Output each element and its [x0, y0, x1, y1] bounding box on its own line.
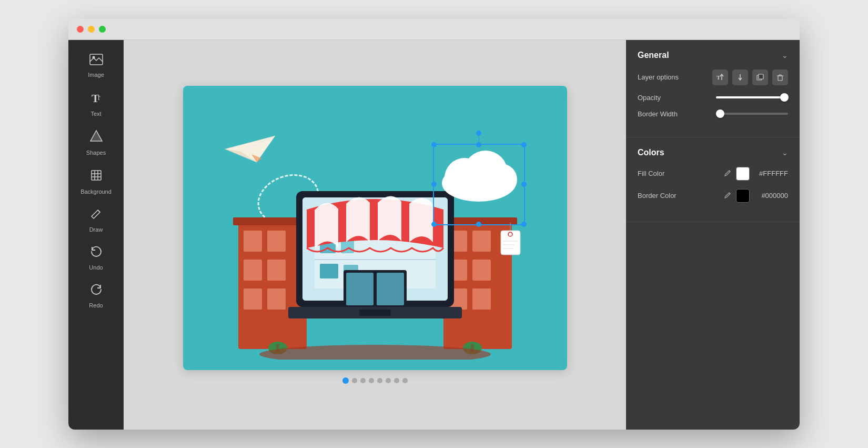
- draw-icon: [90, 207, 103, 223]
- handle-bm[interactable]: [476, 222, 481, 227]
- sidebar-item-label-shapes: Shapes: [86, 150, 106, 156]
- border-width-slider[interactable]: [716, 113, 788, 115]
- image-icon: [89, 54, 103, 68]
- handle-tl[interactable]: [431, 142, 437, 147]
- dot-4[interactable]: [369, 378, 374, 383]
- layer-options-label: Layer options: [638, 73, 712, 81]
- handle-tr[interactable]: [521, 142, 527, 147]
- border-color-actions: #000000: [724, 189, 788, 203]
- general-title: General: [638, 51, 669, 60]
- fill-color-label: Fill Color: [638, 170, 724, 177]
- layer-btn-text-up[interactable]: T: [712, 69, 728, 85]
- opacity-fill: [716, 96, 788, 98]
- border-width-row: Border Width: [638, 110, 788, 118]
- cloud-with-selection[interactable]: [433, 144, 525, 225]
- border-color-swatch[interactable]: [736, 189, 750, 203]
- svg-rect-53: [346, 273, 374, 305]
- dot-6[interactable]: [386, 378, 391, 383]
- sidebar-item-image[interactable]: Image: [73, 48, 120, 83]
- price-tag: [499, 223, 522, 257]
- sidebar-item-background[interactable]: Background: [73, 163, 120, 200]
- layer-btn-down[interactable]: [732, 69, 748, 85]
- border-width-thumb[interactable]: [716, 109, 724, 118]
- border-width-label: Border Width: [638, 110, 710, 118]
- minimize-button[interactable]: [88, 26, 95, 33]
- selection-box: [433, 144, 525, 225]
- border-color-row: Border Color #000000: [638, 189, 788, 203]
- dot-2[interactable]: [352, 378, 357, 383]
- opacity-row: Opacity: [638, 94, 788, 102]
- layer-btn-delete[interactable]: [772, 69, 788, 85]
- svg-rect-33: [472, 260, 491, 281]
- svg-rect-31: [472, 231, 491, 252]
- sidebar-item-label-text: Text: [90, 111, 101, 117]
- border-color-hex: #000000: [754, 192, 788, 200]
- background-icon: [89, 168, 103, 185]
- svg-rect-70: [778, 76, 782, 81]
- fill-color-pencil-icon[interactable]: [724, 169, 732, 178]
- svg-line-76: [729, 193, 730, 194]
- fill-color-swatch[interactable]: [736, 167, 750, 181]
- sidebar-item-shapes[interactable]: Shapes: [73, 124, 120, 161]
- dot-1[interactable]: [342, 377, 349, 384]
- general-chevron[interactable]: ⌄: [782, 51, 788, 59]
- svg-line-13: [98, 210, 100, 212]
- canvas-content: [183, 86, 567, 370]
- sidebar: Image T r Text Shapes: [68, 40, 124, 430]
- opacity-slider[interactable]: [716, 96, 788, 98]
- handle-ml[interactable]: [431, 182, 437, 187]
- opacity-track: [716, 96, 788, 98]
- slide-dots: [342, 377, 408, 384]
- sidebar-item-label-image: Image: [88, 72, 104, 78]
- handle-tm[interactable]: [476, 142, 481, 147]
- sidebar-item-text[interactable]: T r Text: [73, 85, 120, 122]
- svg-rect-23: [267, 260, 286, 281]
- maximize-button[interactable]: [99, 26, 106, 33]
- svg-rect-60: [501, 231, 520, 255]
- svg-rect-25: [267, 288, 286, 310]
- sidebar-item-redo[interactable]: Redo: [73, 278, 120, 314]
- border-width-track: [716, 113, 788, 115]
- fill-color-hex: #FFFFFF: [754, 170, 788, 177]
- svg-rect-69: [759, 74, 763, 79]
- right-panel: General ⌄ Layer options T: [626, 40, 800, 430]
- undo-icon: [90, 245, 103, 261]
- colors-section-header: Colors ⌄: [638, 148, 788, 157]
- handle-mr[interactable]: [521, 182, 527, 187]
- border-color-pencil-icon[interactable]: [724, 191, 732, 200]
- svg-rect-51: [359, 310, 391, 316]
- layer-btn-duplicate[interactable]: [752, 69, 768, 85]
- svg-line-75: [729, 171, 730, 172]
- svg-text:r: r: [98, 94, 100, 102]
- dot-5[interactable]: [377, 378, 382, 383]
- cloud-shape: [438, 149, 520, 202]
- colors-chevron[interactable]: ⌄: [782, 148, 788, 157]
- opacity-label: Opacity: [638, 94, 710, 102]
- dot-3[interactable]: [360, 378, 366, 383]
- sidebar-item-label-redo: Redo: [89, 302, 103, 308]
- general-section-header: General ⌄: [638, 51, 788, 60]
- text-icon: T r: [89, 91, 103, 107]
- app-body: Image T r Text Shapes: [68, 40, 800, 430]
- svg-marker-4: [90, 131, 102, 141]
- redo-icon: [90, 283, 103, 299]
- close-button[interactable]: [77, 26, 84, 33]
- svg-rect-35: [472, 288, 491, 310]
- opacity-thumb[interactable]: [780, 93, 789, 102]
- canvas-wrapper[interactable]: [183, 86, 567, 370]
- canvas-area: [124, 40, 626, 430]
- layer-options-buttons: T: [712, 69, 788, 85]
- svg-point-58: [486, 164, 517, 195]
- rotate-handle[interactable]: [476, 131, 481, 136]
- layer-options-row: Layer options T: [638, 69, 788, 85]
- dot-7[interactable]: [394, 378, 399, 383]
- handle-bl[interactable]: [431, 222, 437, 227]
- svg-rect-22: [244, 260, 262, 281]
- title-bar: [68, 19, 800, 40]
- sidebar-item-draw[interactable]: Draw: [73, 202, 120, 238]
- svg-rect-48: [320, 264, 338, 278]
- sidebar-item-label-draw: Draw: [89, 226, 103, 233]
- svg-rect-24: [244, 288, 262, 310]
- dot-8[interactable]: [402, 378, 408, 383]
- sidebar-item-undo[interactable]: Undo: [73, 240, 120, 276]
